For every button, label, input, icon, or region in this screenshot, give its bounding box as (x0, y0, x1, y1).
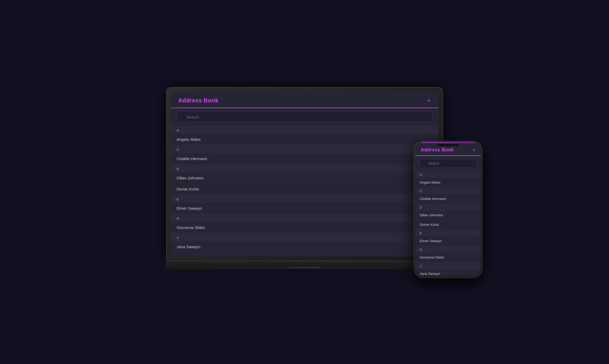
contact-item[interactable]: Jerry D'Amore (241, 252, 368, 256)
phone-body: Address Book + 🔍 AAngela SkilesCClotilde… (414, 141, 482, 278)
section-header-e: E (241, 195, 368, 203)
phone-notch (438, 144, 459, 146)
phone-screen: Address Book + 🔍 AAngela SkilesCClotilde… (415, 142, 481, 276)
section-header-a: A (241, 126, 368, 134)
section-header-g: G (241, 214, 368, 222)
phone-screen-content: Address Book + 🔍 AAngela SkilesCClotilde… (415, 142, 481, 276)
phone-search-input[interactable] (420, 159, 477, 168)
section-header-j: J (415, 262, 481, 269)
contact-item[interactable]: Jana Sawayn (241, 241, 368, 252)
phone-ab-title: Address Book (421, 147, 454, 153)
section-header-j: J (241, 233, 368, 241)
section-header-d: D (415, 204, 481, 210)
laptop-ab-header: Address Book + (241, 92, 368, 108)
laptop-foot-left (166, 268, 219, 270)
section-header-a: A (415, 171, 481, 178)
laptop-search-container: 🔍 (241, 112, 368, 122)
section-header-c: C (241, 145, 368, 153)
laptop: Address Book + 🔍 AAng (160, 87, 450, 277)
laptop-address-book-container: Address Book + 🔍 AAng (241, 92, 368, 256)
section-header-c: C (415, 187, 481, 194)
section-header-e: E (415, 229, 481, 236)
laptop-screen-content: Address Book + 🔍 AAng (171, 92, 438, 256)
phone-search-wrapper: 🔍 (415, 156, 481, 171)
contact-item[interactable]: Clotilde Hermann (415, 194, 481, 204)
contact-item[interactable]: Giovanna Skiles (415, 253, 481, 262)
contact-item[interactable]: Angela Skiles (241, 134, 368, 145)
laptop-base (166, 261, 443, 269)
contact-item[interactable]: Elmer Sawayn (241, 203, 368, 214)
contact-item[interactable]: Dorian Kuhic (415, 220, 481, 229)
phone-ab-list: AAngela SkilesCClotilde HermannDDillan J… (415, 171, 481, 276)
laptop-search-wrapper: 🔍 (241, 108, 368, 126)
contact-item[interactable]: Clotilde Hermann (241, 153, 368, 164)
phone: Address Book + 🔍 AAngela SkilesCClotilde… (414, 141, 482, 278)
section-header-d: D (241, 164, 368, 173)
section-header-g: G (415, 246, 481, 253)
laptop-camera (304, 89, 306, 91)
laptop-search-input[interactable] (241, 112, 368, 122)
laptop-body: Address Book + 🔍 AAng (166, 87, 443, 261)
contact-item[interactable]: Elmer Sawayn (415, 236, 481, 246)
phone-address-book: Address Book + 🔍 AAngela SkilesCClotilde… (415, 143, 481, 276)
scene: Address Book + 🔍 AAng (0, 0, 609, 364)
contact-item[interactable]: Dorian Kuhic (241, 184, 368, 195)
contact-item[interactable]: Angela Skiles (415, 178, 481, 187)
phone-ab-add-button[interactable]: + (472, 147, 476, 153)
contact-item[interactable]: Jana Sawayn (415, 269, 481, 276)
laptop-address-book: Address Book + 🔍 AAng (241, 92, 368, 256)
laptop-ab-list: AAngela SkilesCClotilde HermannDDillan J… (241, 126, 368, 256)
contact-item[interactable]: Dillan Johnston (241, 173, 368, 184)
contact-item[interactable]: Giovanna Skiles (241, 222, 368, 233)
laptop-screen-bezel: Address Book + 🔍 AAng (171, 92, 438, 256)
phone-search-container: 🔍 (420, 159, 477, 168)
contact-item[interactable]: Dillan Johnston (415, 210, 481, 220)
